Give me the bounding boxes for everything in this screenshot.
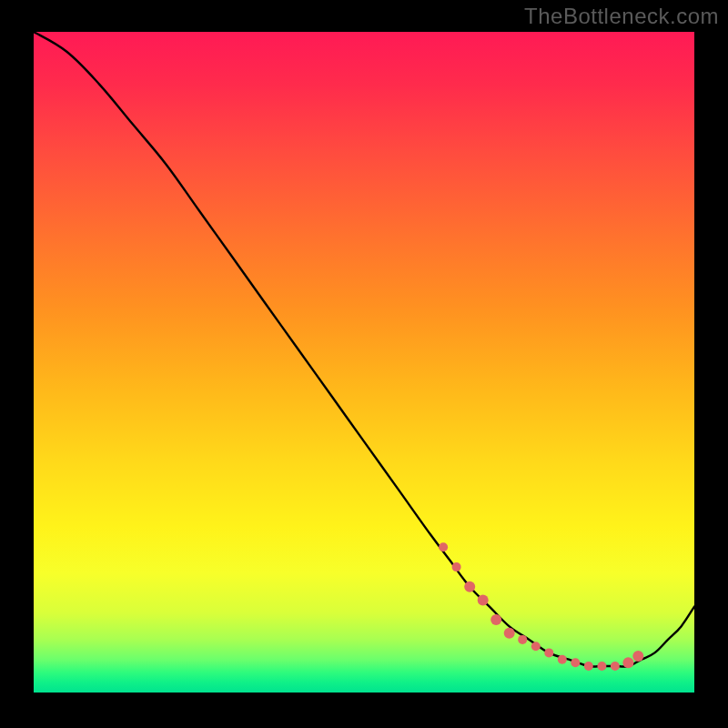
- curve-marker: [544, 648, 553, 657]
- curve-marker: [531, 642, 541, 651]
- curve-marker: [478, 594, 489, 605]
- curve-marker: [439, 542, 448, 551]
- curve-marker: [611, 662, 620, 671]
- bottleneck-curve: [34, 32, 694, 667]
- curve-marker: [490, 614, 501, 625]
- watermark-text: TheBottleneck.com: [524, 4, 719, 29]
- curve-marker: [597, 662, 606, 671]
- curve-marker: [622, 657, 633, 668]
- curve-marker: [558, 655, 567, 664]
- curve-svg: [34, 32, 694, 693]
- curve-marker: [584, 662, 593, 671]
- curve-marker: [632, 651, 643, 662]
- curve-marker: [452, 562, 461, 571]
- curve-marker: [518, 635, 527, 644]
- curve-marker: [504, 628, 515, 639]
- chart-frame: TheBottleneck.com: [0, 0, 728, 728]
- plot-area: [34, 32, 694, 693]
- curve-marker: [571, 658, 580, 667]
- marker-group: [439, 542, 643, 671]
- curve-marker: [464, 581, 475, 592]
